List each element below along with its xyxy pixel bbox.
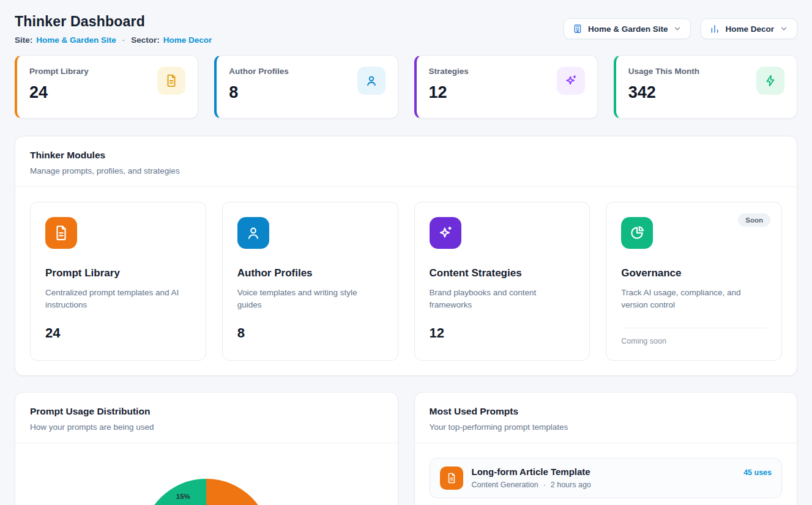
- modules-subtitle: Manage prompts, profiles, and strategies: [30, 166, 782, 175]
- module-count: 8: [237, 325, 383, 341]
- thinker-modules-panel: Thinker Modules Manage prompts, profiles…: [15, 136, 797, 376]
- chevron-down-icon: [780, 24, 788, 33]
- sector-label: Sector:: [131, 35, 160, 45]
- module-description: Centralized prompt templates and AI inst…: [45, 287, 191, 312]
- usage-distribution-panel: Prompt Usage Distribution How your promp…: [15, 392, 398, 505]
- module-card-author-profiles[interactable]: Author Profiles Voice templates and writ…: [222, 202, 398, 361]
- module-card-governance[interactable]: Soon Governance Track AI usage, complian…: [606, 202, 782, 361]
- page-header: Thinker Dashboard Site: Home & Garden Si…: [0, 0, 812, 45]
- site-selector-dropdown[interactable]: Home & Garden Site: [564, 18, 691, 39]
- most-used-title: Most Used Prompts: [430, 406, 783, 417]
- separator-dot: ·: [122, 35, 125, 45]
- stat-value: 24: [29, 83, 89, 102]
- module-count: 24: [45, 325, 191, 341]
- page-title: Thinker Dashboard: [15, 13, 212, 30]
- site-selector-label: Home & Garden Site: [588, 24, 668, 34]
- sector-selector-label: Home Decor: [725, 24, 774, 34]
- file-text-icon: [157, 67, 185, 95]
- dashboard-screen: Thinker Dashboard Site: Home & Garden Si…: [0, 0, 812, 505]
- module-description: Brand playbooks and content frameworks: [430, 287, 575, 312]
- stat-label: Usage This Month: [628, 67, 699, 76]
- stat-label: Prompt Library: [29, 67, 89, 76]
- module-description: Track AI usage, compliance, and version …: [621, 287, 767, 312]
- file-text-icon: [45, 217, 77, 249]
- site-link[interactable]: Home & Garden Site: [36, 35, 116, 45]
- module-description: Voice templates and writing style guides: [237, 287, 383, 312]
- module-card-prompt-library[interactable]: Prompt Library Centralized prompt templa…: [30, 202, 206, 361]
- most-used-header: Most Used Prompts Your top-performing pr…: [415, 393, 797, 443]
- prompt-item-title: Long-form Article Template: [472, 466, 736, 477]
- module-title: Prompt Library: [45, 267, 191, 279]
- user-icon: [237, 217, 269, 249]
- soon-badge: Soon: [738, 213, 770, 227]
- sector-selector-dropdown[interactable]: Home Decor: [701, 18, 797, 39]
- most-used-subtitle: Your top-performing prompt templates: [430, 422, 783, 432]
- sector-link[interactable]: Home Decor: [163, 35, 212, 45]
- bar-chart-icon: [710, 24, 720, 34]
- stat-label: Strategies: [429, 67, 469, 76]
- most-used-prompts-panel: Most Used Prompts Your top-performing pr…: [414, 392, 798, 505]
- stat-label: Author Profiles: [229, 67, 289, 76]
- sparkle-icon: [430, 217, 461, 249]
- lightning-icon: [756, 67, 784, 95]
- stat-value: 8: [229, 83, 289, 102]
- modules-title: Thinker Modules: [30, 150, 782, 161]
- usage-header: Prompt Usage Distribution How your promp…: [15, 393, 398, 443]
- stat-card-strategies: Strategies 12: [414, 55, 598, 119]
- user-icon: [357, 67, 386, 95]
- prompt-uses-badge: 45 uses: [743, 468, 772, 477]
- file-text-icon: [440, 466, 463, 490]
- stat-value: 342: [628, 83, 699, 102]
- sparkle-icon: [557, 67, 585, 95]
- breadcrumb: Site: Home & Garden Site · Sector: Home …: [15, 35, 212, 45]
- stat-card-usage: Usage This Month 342: [614, 55, 797, 119]
- stat-card-author-profiles: Author Profiles 8: [214, 55, 398, 119]
- pie-chart-icon: [621, 217, 653, 249]
- usage-title: Prompt Usage Distribution: [30, 406, 383, 417]
- chevron-down-icon: [673, 24, 682, 33]
- title-block: Thinker Dashboard Site: Home & Garden Si…: [15, 13, 212, 45]
- prompt-category: Content Generation: [472, 481, 538, 489]
- module-title: Author Profiles: [237, 267, 383, 279]
- site-label: Site:: [15, 35, 32, 45]
- coming-soon-text: Coming soon: [621, 328, 767, 345]
- modules-header: Thinker Modules Manage prompts, profiles…: [15, 136, 797, 187]
- usage-donut-chart: 15%: [142, 479, 270, 505]
- bottom-row: Prompt Usage Distribution How your promp…: [15, 392, 797, 505]
- header-actions: Home & Garden Site Home Decor: [564, 18, 797, 39]
- donut-slice-label: 15%: [176, 493, 190, 500]
- module-card-content-strategies[interactable]: Content Strategies Brand playbooks and c…: [414, 202, 590, 361]
- prompt-item-meta: Content Generation · 2 hours ago: [472, 481, 736, 489]
- prompt-time: 2 hours ago: [551, 481, 591, 489]
- usage-subtitle: How your prompts are being used: [30, 422, 383, 432]
- prompt-list-item[interactable]: Long-form Article Template Content Gener…: [430, 458, 783, 498]
- building-icon: [573, 24, 583, 34]
- stat-value: 12: [429, 83, 469, 102]
- separator-dot: ·: [543, 481, 546, 489]
- module-count: 12: [430, 325, 575, 341]
- stat-cards-row: Prompt Library 24 Author Profiles 8 Stra…: [15, 55, 797, 119]
- module-grid: Prompt Library Centralized prompt templa…: [15, 187, 797, 375]
- module-title: Governance: [621, 267, 767, 279]
- module-title: Content Strategies: [430, 267, 575, 279]
- donut-segments: [142, 479, 270, 505]
- stat-card-prompt-library: Prompt Library 24: [15, 55, 198, 119]
